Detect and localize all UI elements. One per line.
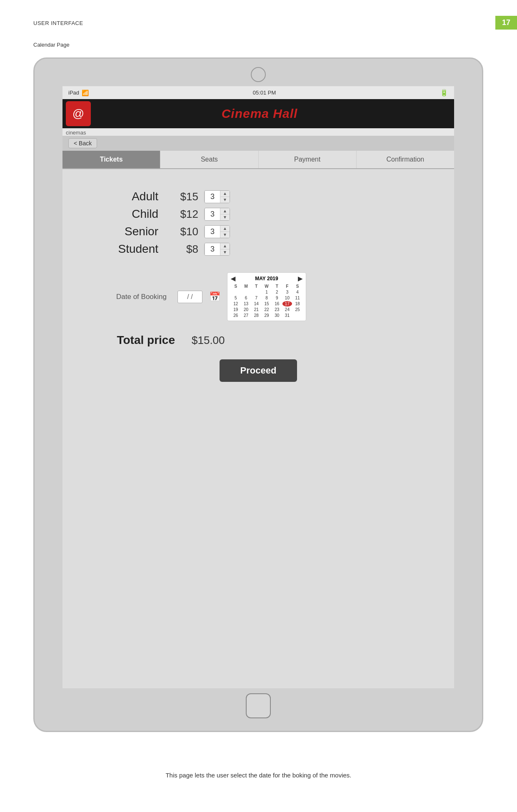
child-decrement[interactable]: ▼ <box>220 214 230 220</box>
cal-day[interactable]: 22 <box>262 307 272 312</box>
main-content: Adult $15 3 ▲ ▼ Child $12 3 <box>62 169 454 688</box>
cal-day[interactable]: 18 <box>292 301 302 306</box>
total-value: $15.00 <box>192 334 225 347</box>
student-stepper: 3 ▲ ▼ <box>204 243 230 256</box>
student-label: Student <box>87 242 171 256</box>
cal-prev-button[interactable]: ◀ <box>231 275 235 282</box>
cal-day[interactable]: 8 <box>262 295 272 301</box>
mini-calendar: ◀ MAY 2019 ▶ S M T W T F S <box>227 272 306 321</box>
table-row: Student $8 3 ▲ ▼ <box>87 242 429 256</box>
cal-day[interactable]: 30 <box>272 313 282 318</box>
cal-day <box>231 289 241 295</box>
cal-day[interactable]: 1 <box>262 289 272 295</box>
cal-day[interactable]: 26 <box>231 313 241 318</box>
cal-day-header: F <box>282 284 292 289</box>
adult-quantity: 3 <box>205 191 220 203</box>
cal-day[interactable]: 13 <box>241 301 251 306</box>
adult-label: Adult <box>87 190 171 203</box>
senior-label: Senior <box>87 225 171 238</box>
senior-stepper: 3 ▲ ▼ <box>204 225 230 238</box>
ticket-rows: Adult $15 3 ▲ ▼ Child $12 3 <box>87 182 429 256</box>
cinemas-label: cinemas <box>66 130 86 136</box>
cal-day[interactable]: 11 <box>292 295 302 301</box>
cal-day[interactable]: 21 <box>251 307 261 312</box>
calendar-icon[interactable]: 📅 <box>209 291 220 302</box>
senior-price: $10 <box>171 225 204 238</box>
cal-day-header: W <box>262 284 272 289</box>
cal-day[interactable]: 27 <box>241 313 251 318</box>
adult-decrement[interactable]: ▼ <box>220 197 230 203</box>
cal-day[interactable]: 14 <box>251 301 261 306</box>
cal-day <box>241 289 251 295</box>
booking-date-row: Date of Booking / / 📅 ◀ MAY 2019 ▶ S M T <box>87 272 429 321</box>
time-display: 05:01 PM <box>253 90 276 96</box>
booking-date-label: Date of Booking <box>87 293 171 301</box>
tab-payment[interactable]: Payment <box>259 151 357 168</box>
app-title: Cinema Hall <box>94 107 425 121</box>
app-header: @ Cinema Hall cinemas <box>62 99 454 128</box>
student-increment[interactable]: ▲ <box>220 243 230 249</box>
cal-day[interactable]: 15 <box>262 301 272 306</box>
cal-day[interactable]: 20 <box>241 307 251 312</box>
cal-day[interactable]: 2 <box>272 289 282 295</box>
top-home-button[interactable] <box>251 67 266 82</box>
senior-decrement[interactable]: ▼ <box>220 232 230 238</box>
cal-day[interactable]: 25 <box>292 307 302 312</box>
back-bar: < Back <box>62 136 454 151</box>
cal-day[interactable]: 7 <box>251 295 261 301</box>
cal-day-header: S <box>231 284 241 289</box>
cal-day[interactable]: 19 <box>231 307 241 312</box>
nav-tabs: Tickets Seats Payment Confirmation <box>62 151 454 169</box>
child-quantity: 3 <box>205 208 220 220</box>
bottom-home-button[interactable] <box>246 693 271 718</box>
tab-confirmation[interactable]: Confirmation <box>357 151 454 168</box>
cal-day[interactable]: 29 <box>262 313 272 318</box>
senior-quantity: 3 <box>205 226 220 238</box>
adult-price: $15 <box>171 190 204 203</box>
cal-day[interactable]: 16 <box>272 301 282 306</box>
student-price: $8 <box>171 243 204 256</box>
adult-increment[interactable]: ▲ <box>220 191 230 197</box>
cal-day[interactable]: 3 <box>282 289 292 295</box>
cal-day-header: S <box>292 284 302 289</box>
cal-day-header: M <box>241 284 251 289</box>
cal-day[interactable]: 24 <box>282 307 292 312</box>
ipad-screen: iPad 📶 05:01 PM 🔋 @ Cinema Hall cinemas … <box>62 86 454 688</box>
cal-day[interactable]: 6 <box>241 295 251 301</box>
cal-month-year: MAY 2019 <box>255 276 278 281</box>
student-decrement[interactable]: ▼ <box>220 249 230 255</box>
back-button[interactable]: < Back <box>68 138 97 148</box>
date-input[interactable]: / / <box>177 291 202 303</box>
tab-tickets[interactable]: Tickets <box>62 151 160 168</box>
cal-next-button[interactable]: ▶ <box>298 275 302 282</box>
proceed-section: Proceed <box>87 359 429 382</box>
cal-day-header: T <box>272 284 282 289</box>
senior-increment[interactable]: ▲ <box>220 226 230 232</box>
cal-day[interactable]: 10 <box>282 295 292 301</box>
tab-seats[interactable]: Seats <box>160 151 258 168</box>
device-frame: iPad 📶 05:01 PM 🔋 @ Cinema Hall cinemas … <box>33 57 483 732</box>
status-bar: iPad 📶 05:01 PM 🔋 <box>62 86 454 99</box>
cal-day[interactable]: 4 <box>292 289 302 295</box>
calendar-page-label: Calendar Page <box>33 42 70 48</box>
cal-day[interactable]: 12 <box>231 301 241 306</box>
table-row: Child $12 3 ▲ ▼ <box>87 207 429 221</box>
cal-day[interactable]: 23 <box>272 307 282 312</box>
adult-stepper: 3 ▲ ▼ <box>204 190 230 203</box>
child-increment[interactable]: ▲ <box>220 208 230 214</box>
cal-day-header: T <box>251 284 261 289</box>
cal-day[interactable]: 5 <box>231 295 241 301</box>
cal-day-highlighted[interactable]: 17 <box>282 301 292 306</box>
calendar-grid: S M T W T F S 1 2 3 4 <box>231 284 302 318</box>
cal-day[interactable]: 31 <box>282 313 292 318</box>
total-label: Total price <box>87 334 179 347</box>
total-row: Total price $15.00 <box>87 334 429 347</box>
cal-day[interactable]: 9 <box>272 295 282 301</box>
wifi-icon: 📶 <box>82 90 89 96</box>
app-logo: @ <box>66 101 91 126</box>
page-description: This page lets the user select the date … <box>33 772 484 779</box>
proceed-button[interactable]: Proceed <box>220 359 297 382</box>
cal-day[interactable]: 28 <box>251 313 261 318</box>
battery-icon: 🔋 <box>440 89 448 97</box>
child-stepper: 3 ▲ ▼ <box>204 208 230 221</box>
